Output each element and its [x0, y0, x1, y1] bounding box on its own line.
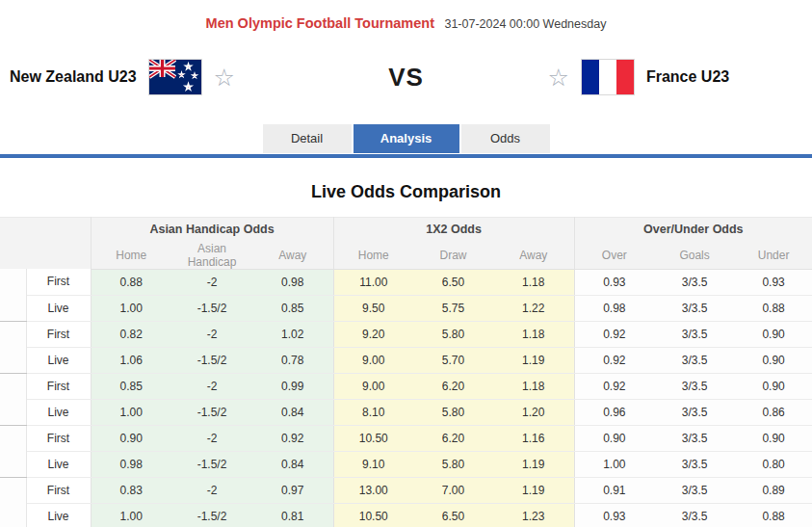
- ou-odds-value: 0.92: [574, 321, 654, 347]
- odds-table-body: First0.88-20.9811.006.501.180.933/3.50.9…: [0, 269, 812, 527]
- bookmaker-cell: [0, 373, 26, 425]
- ou-under-header: Under: [735, 242, 812, 270]
- 1x2-odds-value: 9.50: [333, 295, 413, 321]
- ou-odds-value: 0.96: [574, 399, 654, 425]
- ah-odds-value: -2: [171, 425, 252, 451]
- ou-odds-value: 0.90: [735, 425, 812, 451]
- ah-odds-value: 1.00: [91, 295, 171, 321]
- ah-odds-value: 0.98: [252, 269, 333, 295]
- 1x2-odds-value: 5.80: [413, 399, 493, 425]
- ah-odds-value: 0.90: [91, 425, 171, 451]
- ah-odds-value: 0.84: [252, 399, 333, 425]
- row-type-label: Live: [26, 451, 91, 477]
- 1x2-odds-value: 1.18: [493, 321, 574, 347]
- ah-odds-value: 0.78: [252, 347, 333, 373]
- 1x2-odds-value: 1.19: [493, 347, 574, 373]
- odds-row: Live0.98-1.5/20.849.105.801.191.003/3.50…: [0, 451, 812, 477]
- ah-odds-value: 0.99: [252, 373, 333, 399]
- odds-table-header: Asian Handicap Odds 1X2 Odds Over/Under …: [0, 218, 812, 270]
- odds-row: First0.85-20.999.006.201.180.923/3.50.90: [0, 373, 812, 399]
- odds-row: Live1.06-1.5/20.789.005.701.190.923/3.50…: [0, 347, 812, 373]
- ou-odds-value: 0.90: [735, 321, 812, 347]
- ou-odds-value: 3/3.5: [654, 321, 735, 347]
- odds-row: Live1.00-1.5/20.8110.506.501.230.933/3.5…: [0, 503, 812, 527]
- 1x2-odds-value: 1.19: [493, 451, 574, 477]
- row-type-label: First: [26, 425, 91, 451]
- 1x2-odds-value: 13.00: [333, 477, 413, 503]
- bookmaker-cell: [0, 425, 26, 477]
- ou-odds-value: 3/3.5: [654, 373, 735, 399]
- ou-odds-value: 0.98: [574, 295, 654, 321]
- tab-analysis[interactable]: Analysis: [354, 124, 459, 153]
- tab-bar: Detail Analysis Odds: [0, 124, 812, 153]
- ah-odds-value: 1.00: [91, 503, 171, 527]
- odds-row: First0.82-21.029.205.801.180.923/3.50.90: [0, 321, 812, 347]
- ah-handicap-header: Asian Handicap: [171, 242, 252, 270]
- away-favorite-star-icon[interactable]: ☆: [548, 66, 569, 90]
- ou-odds-value: 0.90: [735, 373, 812, 399]
- row-type-label: First: [26, 477, 91, 503]
- row-type-label: First: [26, 269, 91, 295]
- 1x2-odds-value: 6.50: [413, 269, 493, 295]
- tab-detail[interactable]: Detail: [263, 124, 352, 153]
- vs-label: VS: [344, 63, 469, 92]
- row-type-label: Live: [26, 347, 91, 373]
- ou-odds-value: 0.90: [735, 347, 812, 373]
- 1x2-odds-value: 10.50: [333, 503, 413, 527]
- odds-row: Live1.00-1.5/20.848.105.801.200.963/3.50…: [0, 399, 812, 425]
- ou-odds-value: 0.92: [574, 373, 654, 399]
- odds-row: First0.90-20.9210.506.201.160.903/3.50.9…: [0, 425, 812, 451]
- ah-odds-value: 0.88: [91, 269, 171, 295]
- 1x2-away-header: Away: [493, 242, 574, 270]
- ah-odds-value: 0.98: [91, 451, 171, 477]
- ou-odds-value: 0.86: [735, 399, 812, 425]
- corner-header-cell: [0, 218, 91, 270]
- ah-away-header: Away: [252, 242, 333, 270]
- ah-odds-value: 0.92: [252, 425, 333, 451]
- 1x2-odds-value: 5.80: [413, 321, 493, 347]
- 1x2-odds-value: 9.20: [333, 321, 413, 347]
- asian-handicap-group-header: Asian Handicap Odds: [91, 218, 333, 242]
- 1x2-odds-value: 1.18: [493, 373, 574, 399]
- 1x2-odds-value: 10.50: [333, 425, 413, 451]
- away-team-block: ☆ France U23: [469, 60, 812, 94]
- tab-odds[interactable]: Odds: [461, 124, 550, 153]
- ah-odds-value: 0.81: [252, 503, 333, 527]
- ou-odds-value: 0.91: [574, 477, 654, 503]
- 1x2-odds-value: 1.18: [493, 269, 574, 295]
- ah-odds-value: -1.5/2: [171, 295, 252, 321]
- 1x2-home-header: Home: [333, 242, 413, 270]
- ah-odds-value: -1.5/2: [171, 347, 252, 373]
- ou-odds-value: 3/3.5: [654, 477, 735, 503]
- ou-odds-value: 3/3.5: [654, 451, 735, 477]
- 1x2-odds-value: 1.20: [493, 399, 574, 425]
- ou-odds-value: 0.92: [574, 347, 654, 373]
- page-header: Men Olympic Football Tournament 31-07-20…: [0, 0, 812, 32]
- ah-odds-value: 1.06: [91, 347, 171, 373]
- ou-odds-value: 3/3.5: [654, 503, 735, 527]
- ah-odds-value: -2: [171, 477, 252, 503]
- france-flag-icon: [582, 60, 634, 94]
- home-favorite-star-icon[interactable]: ☆: [214, 66, 235, 90]
- 1x2-group-header: 1X2 Odds: [333, 218, 574, 242]
- ah-home-header: Home: [91, 242, 171, 270]
- match-header: New Zealand U23 ☆ VS ☆ France U2: [0, 52, 812, 102]
- 1x2-odds-value: 9.10: [333, 451, 413, 477]
- ah-odds-value: 0.84: [252, 451, 333, 477]
- 1x2-odds-value: 6.20: [413, 425, 493, 451]
- 1x2-odds-value: 5.75: [413, 295, 493, 321]
- odds-row: Live1.00-1.5/20.859.505.751.220.983/3.50…: [0, 295, 812, 321]
- 1x2-odds-value: 1.23: [493, 503, 574, 527]
- 1x2-draw-header: Draw: [413, 242, 493, 270]
- ah-odds-value: -2: [171, 373, 252, 399]
- ah-odds-value: -1.5/2: [171, 503, 252, 527]
- row-type-label: Live: [26, 295, 91, 321]
- ou-over-header: Over: [574, 242, 654, 270]
- live-odds-table: Asian Handicap Odds 1X2 Odds Over/Under …: [0, 217, 812, 527]
- ah-odds-value: 0.85: [91, 373, 171, 399]
- 1x2-odds-value: 5.80: [413, 451, 493, 477]
- 1x2-odds-value: 9.00: [333, 347, 413, 373]
- ah-odds-value: 1.00: [91, 399, 171, 425]
- new-zealand-flag-icon: [149, 60, 201, 94]
- ou-odds-value: 3/3.5: [654, 295, 735, 321]
